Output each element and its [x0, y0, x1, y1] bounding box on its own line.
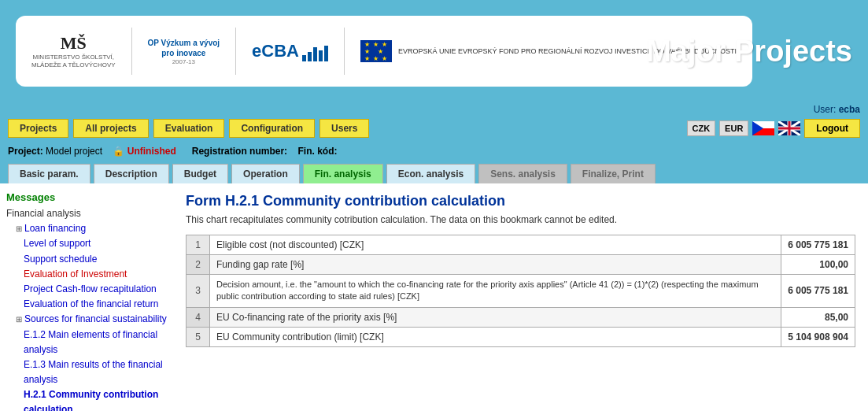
lang-czk-button[interactable]: CZK — [687, 120, 716, 136]
table-row: 5 EU Community contribution (limit) [CZK… — [187, 327, 855, 346]
data-table: 1 Eligible cost (not discounted) [CZK] 6… — [186, 235, 855, 347]
ms-logo: MŠ MINISTERSTVO ŠKOLSTVÍ,MLÁDEŽE A TĚLOV… — [31, 33, 116, 68]
row-value-4: 85,00 — [781, 307, 855, 327]
main-content: Messages Financial analysis ⊞ Loan finan… — [0, 183, 868, 411]
row-num-5: 5 — [187, 327, 210, 346]
sidebar: Messages Financial analysis ⊞ Loan finan… — [0, 183, 173, 411]
sidebar-item-e12[interactable]: E.1.2 Main elements of financial analysi… — [6, 328, 167, 357]
op-logo: OP Výzkum a vývojpro inovace 2007-13 — [148, 38, 220, 65]
tree-expand-icon: ⊞ — [16, 224, 22, 233]
sidebar-item-evaluation-investment[interactable]: Evaluation of Investment — [6, 267, 167, 282]
sidebar-item-financial-analysis[interactable]: Financial analysis — [6, 206, 167, 221]
tree-expand-icon-2: ⊞ — [16, 315, 22, 324]
user-link[interactable]: ecba — [839, 104, 860, 115]
table-row: 4 EU Co-financing rate of the priority a… — [187, 307, 855, 327]
nav-projects-button[interactable]: Projects — [8, 119, 68, 138]
form-description: This chart recapitulates community cotri… — [186, 214, 855, 225]
nav-users-button[interactable]: Users — [319, 119, 369, 138]
page-title: Major Projects — [646, 35, 852, 68]
nav-evaluation-button[interactable]: Evaluation — [153, 119, 225, 138]
header: MŠ MINISTERSTVO ŠKOLSTVÍ,MLÁDEŽE A TĚLOV… — [0, 0, 868, 102]
user-info: User: ecba — [814, 104, 860, 115]
tab-econ-analysis[interactable]: Econ. analysis — [386, 164, 475, 183]
nav-buttons: Projects All projects Evaluation Configu… — [8, 119, 369, 138]
registration-info: Registration number: Fin. kód: — [192, 146, 338, 157]
row-label-2: Funding gap rate [%] — [210, 255, 781, 275]
row-value-2: 100,00 — [781, 255, 855, 275]
row-num-2: 2 — [187, 255, 210, 275]
flag-czech[interactable] — [752, 121, 774, 135]
row-label-5: EU Community contribution (limit) [CZK] — [210, 327, 781, 346]
tab-description[interactable]: Description — [94, 164, 169, 183]
row-value-1: 6 005 775 181 — [781, 235, 855, 255]
tab-sens-analysis: Sens. analysis — [478, 164, 567, 183]
sidebar-item-level-support[interactable]: Level of support — [6, 236, 167, 251]
nav-configuration-button[interactable]: Configuration — [229, 119, 315, 138]
tab-finalize-print: Finalize, Print — [571, 164, 656, 183]
row-value-5: 5 104 908 904 — [781, 327, 855, 346]
table-row: 3 Decision amount, i.e. the "amount to w… — [187, 275, 855, 308]
row-num-1: 1 — [187, 235, 210, 255]
sidebar-item-support-schedule[interactable]: Support schedule — [6, 252, 167, 267]
ecba-logo: eCBA — [252, 41, 328, 61]
table-row: 1 Eligible cost (not discounted) [CZK] 6… — [187, 235, 855, 255]
sidebar-item-sources-sustainability[interactable]: ⊞ Sources for financial sustainability — [6, 312, 167, 327]
sidebar-item-evaluation-financial[interactable]: Evaluation of the financial return — [6, 297, 167, 312]
sidebar-item-e13[interactable]: E.1.3 Main results of the financial anal… — [6, 357, 167, 387]
project-bar: Project: Model project 🔒 Unfinished Regi… — [0, 144, 868, 161]
tab-basic-param[interactable]: Basic param. — [8, 164, 90, 183]
flag-uk[interactable] — [778, 121, 800, 135]
tab-budget[interactable]: Budget — [172, 164, 228, 183]
messages-title: Messages — [6, 191, 167, 203]
form-content: Form H.2.1 Community contribution calcul… — [173, 183, 868, 411]
header-logos: MŠ MINISTERSTVO ŠKOLSTVÍ,MLÁDEŽE A TĚLOV… — [16, 16, 752, 87]
row-num-3: 3 — [187, 275, 210, 308]
tab-bar: Basic param. Description Budget Operatio… — [0, 161, 868, 183]
project-info: Project: Model project 🔒 Unfinished — [8, 146, 176, 157]
nav-bar: Projects All projects Evaluation Configu… — [0, 115, 868, 144]
sidebar-item-h21[interactable]: H.2.1 Community contribution calculation — [6, 387, 167, 411]
row-label-4: EU Co-financing rate of the priority axi… — [210, 307, 781, 327]
row-label-3: Decision amount, i.e. the "amount to whi… — [210, 275, 781, 308]
logout-button[interactable]: Logout — [804, 119, 860, 138]
sidebar-item-project-cashflow[interactable]: Project Cash-flow recapitulation — [6, 282, 167, 297]
unfinished-icon: 🔒 — [113, 146, 124, 157]
row-num-4: 4 — [187, 307, 210, 327]
lang-eur-button[interactable]: EUR — [719, 120, 748, 136]
row-label-1: Eligible cost (not discounted) [CZK] — [210, 235, 781, 255]
row-value-3: 6 005 775 181 — [781, 275, 855, 308]
sidebar-item-loan-financing[interactable]: ⊞ Loan financing — [6, 221, 167, 236]
tab-operation[interactable]: Operation — [231, 164, 300, 183]
table-row: 2 Funding gap rate [%] 100,00 — [187, 255, 855, 275]
tab-fin-analysis[interactable]: Fin. analysis — [303, 164, 383, 183]
nav-all-projects-button[interactable]: All projects — [73, 119, 148, 138]
form-title: Form H.2.1 Community contribution calcul… — [186, 193, 855, 209]
